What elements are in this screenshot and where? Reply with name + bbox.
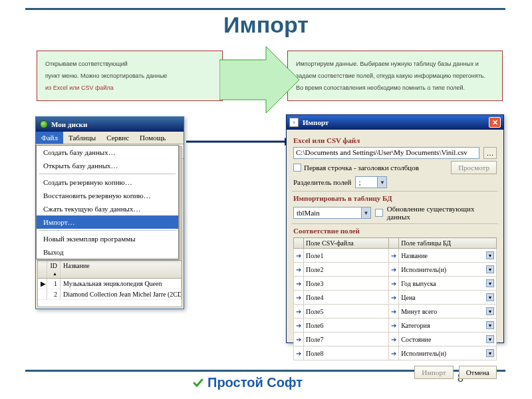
arrow-right-icon: ➔ [389,319,399,332]
grid: ID ▲ Название ▶ 1 Музыкальная энциклопед… [38,261,182,300]
page-title: Импорт [0,12,532,38]
menu-file[interactable]: Файл [36,132,63,144]
mapping-row[interactable]: ➔Поле6➔Категория▼ [294,319,497,332]
chevron-down-icon[interactable]: ▼ [486,335,494,343]
section-target: Импортировать в таблицу БД [293,194,497,202]
arrow-right-icon: ➔ [294,346,304,360]
mapping-row[interactable]: ➔Поле8➔Исполнитель(и)▼ [294,346,497,360]
chevron-down-icon[interactable]: ▼ [486,321,494,329]
arrow-right-icon: ➔ [294,263,304,277]
disk-icon [40,120,48,128]
arrow-right-icon: ➔ [294,291,304,305]
mapping-row[interactable]: ➔Поле5➔Минут всего▼ [294,305,497,319]
chevron-down-icon[interactable]: ▼ [486,265,494,273]
mi-exit[interactable]: Выход [37,245,178,259]
arrow-right-icon: ➔ [294,332,304,346]
menu-help[interactable]: Помощь [134,132,171,144]
import-button[interactable]: Импорт [414,366,453,379]
chevron-down-icon[interactable]: ▼ [486,251,494,259]
mapping-row[interactable]: ➔Поле2➔Исполнитель(и)▼ [294,263,497,277]
svg-marker-0 [219,47,299,113]
window-my-disks: Мои диски Файл Таблицы Сервис Помощь Соз… [35,116,184,309]
first-row-label: Первая строчка - заголовки столбцов [304,164,419,172]
arrow-right-icon: ➔ [389,346,399,360]
chevron-down-icon[interactable]: ▼ [486,293,494,301]
cancel-button[interactable]: Отмена [459,366,497,379]
table-select[interactable]: tblMain▼ [293,207,371,219]
mapping-row[interactable]: ➔Поле4➔Цена▼ [294,291,497,305]
mi-import[interactable]: Импорт… [37,215,178,229]
app-icon: ▫ [289,118,299,127]
menu-service[interactable]: Сервис [101,132,134,144]
path-input[interactable]: C:\Documents and Settings\User\My Docume… [293,147,479,159]
chevron-down-icon[interactable]: ▼ [486,307,494,315]
callout-right: Импортируем данные. Выбираем нужную табл… [287,51,503,101]
table-row[interactable]: ▶ 1 Музыкальная энциклопедия Queen [38,279,182,289]
update-label: Обновление существующих данных [387,205,497,221]
mapping-row[interactable]: ➔Поле7➔Состояние▼ [294,332,497,346]
mi-new-instance[interactable]: Новый экземпляр программы [37,232,178,245]
col-id: ID ▲ [47,261,61,278]
chevron-down-icon[interactable]: ▼ [486,279,494,287]
mi-compact[interactable]: Сжать текущую базу данных… [37,202,178,215]
mapping-row[interactable]: ➔Поле1➔Название▼ [294,249,497,263]
arrow-right-icon: ➔ [294,249,304,263]
update-checkbox[interactable] [375,209,383,217]
mi-open-db[interactable]: Открыть базу данных… [37,159,178,172]
section-mapping: Соответствие полей [293,227,497,235]
col-name: Название [61,261,182,278]
arrow-right-icon: ➔ [294,319,304,332]
section-file: Excel или CSV файл [293,136,497,144]
arrow-right-blue-icon [186,136,293,147]
close-button[interactable]: ✕ [489,117,501,128]
arrow-right-icon: ➔ [294,277,304,291]
file-menu[interactable]: Создать базу данных… Открыть базу данных… [36,145,179,259]
titlebar: ▫ Импорт ✕ [287,115,503,130]
checkmark-icon [193,378,203,388]
titlebar: Мои диски [36,117,184,132]
mapping-table[interactable]: Поле CSV-файла Поле таблицы БД ➔Поле1➔На… [293,237,497,360]
browse-button[interactable]: … [483,147,497,159]
arrow-right-icon: ➔ [389,249,399,263]
arrow-right-icon: ➔ [389,277,399,291]
arrow-right-icon: ➔ [389,263,399,277]
first-row-checkbox[interactable] [293,164,301,172]
preview-button[interactable]: Просмотр [451,161,497,174]
mi-backup[interactable]: Создать резервную копию… [37,176,178,189]
table-row[interactable]: 2 Diamond Collection Jean Michel Jarre (… [38,289,182,300]
delimiter-select[interactable]: ;▼ [355,176,387,188]
mi-restore[interactable]: Восстановить резервную копию… [37,189,178,202]
arrow-right-icon: ➔ [389,332,399,346]
arrow-right-green-icon [219,47,299,113]
chevron-down-icon[interactable]: ▼ [486,349,494,357]
arrow-right-icon: ➔ [294,305,304,319]
menu-tables[interactable]: Таблицы [63,132,101,144]
delimiter-label: Разделитель полей [293,178,351,186]
menubar[interactable]: Файл Таблицы Сервис Помощь [36,132,184,144]
arrow-right-icon: ➔ [389,291,399,305]
mi-create-db[interactable]: Создать базу данных… [37,146,178,159]
window-import: ▫ Импорт ✕ Excel или CSV файл C:\Documen… [286,114,504,343]
callout-left: Открываем соответствующий пункт меню. Мо… [37,51,223,101]
mapping-row[interactable]: ➔Поле3➔Год выпуска▼ [294,277,497,291]
arrow-right-icon: ➔ [389,305,399,319]
